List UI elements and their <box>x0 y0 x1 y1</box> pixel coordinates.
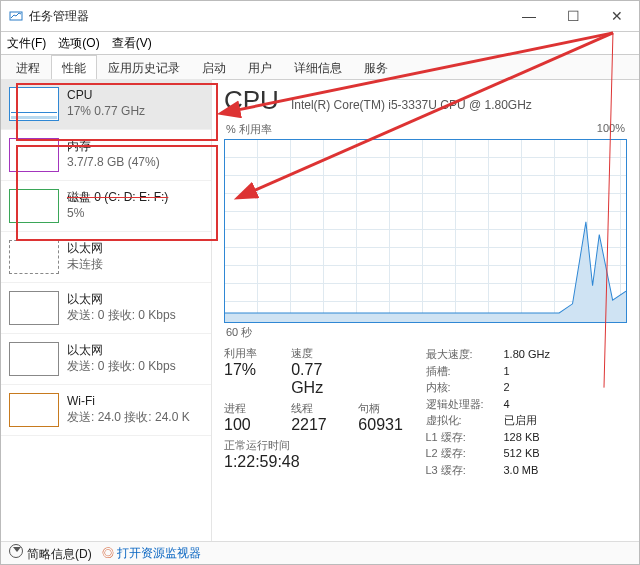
stat-label: 利用率 <box>224 346 291 361</box>
ethernet-thumbnail-icon <box>9 291 59 325</box>
sidebar-item-disk[interactable]: 磁盘 0 (C: D: E: F:) 5% <box>1 181 211 232</box>
sidebar-item-label: 以太网 <box>67 292 176 308</box>
sidebar-item-label: CPU <box>67 88 145 104</box>
kv-key: L2 缓存: <box>426 445 504 462</box>
sidebar-item-sub: 发送: 0 接收: 0 Kbps <box>67 308 176 324</box>
kv-val: 3.0 MB <box>504 462 539 479</box>
app-icon <box>9 9 23 23</box>
memory-thumbnail-icon <box>9 138 59 172</box>
menu-options[interactable]: 选项(O) <box>58 35 99 52</box>
stat-value: 100 <box>224 416 291 434</box>
resmon-icon: ◎ <box>102 546 114 560</box>
tab-users[interactable]: 用户 <box>237 55 283 80</box>
stat-label: 正常运行时间 <box>224 438 426 453</box>
window-buttons: — ☐ ✕ <box>507 1 639 31</box>
tab-performance[interactable]: 性能 <box>51 55 97 80</box>
task-manager-window: 任务管理器 — ☐ ✕ 文件(F) 选项(O) 查看(V) 进程 性能 应用历史… <box>0 0 640 565</box>
kv-val: 2 <box>504 379 510 396</box>
cpu-thumbnail-icon <box>9 87 59 121</box>
kv-key: 内核: <box>426 379 504 396</box>
body: CPU 17% 0.77 GHz 内存 3.7/7.8 GB (47%) 磁盘 … <box>1 79 639 542</box>
stat-value: 2217 <box>291 416 358 434</box>
kv-val: 已启用 <box>504 412 537 429</box>
stat-value: 17% <box>224 361 291 379</box>
maximize-button[interactable]: ☐ <box>551 1 595 31</box>
page-title: CPU <box>224 85 279 116</box>
ethernet-thumbnail-icon <box>9 342 59 376</box>
sidebar-item-label: 磁盘 0 (C: D: E: F:) <box>67 190 168 206</box>
menu-view[interactable]: 查看(V) <box>112 35 152 52</box>
menu-file[interactable]: 文件(F) <box>7 35 46 52</box>
sidebar-item-memory[interactable]: 内存 3.7/7.8 GB (47%) <box>1 130 211 181</box>
sidebar-item-ethernet-1[interactable]: 以太网 未连接 <box>1 232 211 283</box>
sidebar-item-label: 以太网 <box>67 241 103 257</box>
sidebar-item-label: 内存 <box>67 139 160 155</box>
close-button[interactable]: ✕ <box>595 1 639 31</box>
cpu-chart-svg <box>225 140 626 322</box>
main-panel: CPU Intel(R) Core(TM) i5-3337U CPU @ 1.8… <box>212 79 639 542</box>
tab-services[interactable]: 服务 <box>353 55 399 80</box>
kv-key: L3 缓存: <box>426 462 504 479</box>
sidebar-item-sub: 发送: 24.0 接收: 24.0 K <box>67 410 190 426</box>
tabbar: 进程 性能 应用历史记录 启动 用户 详细信息 服务 <box>1 55 639 80</box>
ethernet-thumbnail-icon <box>9 240 59 274</box>
sidebar-item-label: 以太网 <box>67 343 176 359</box>
stat-label: 线程 <box>291 401 358 416</box>
sidebar-item-cpu[interactable]: CPU 17% 0.77 GHz <box>1 79 211 130</box>
tab-startup[interactable]: 启动 <box>191 55 237 80</box>
kv-val: 1 <box>504 363 510 380</box>
open-resmon-link[interactable]: ◎ 打开资源监视器 <box>102 545 201 562</box>
stat-label: 句柄 <box>358 401 425 416</box>
sidebar-item-sub: 3.7/7.8 GB (47%) <box>67 155 160 171</box>
tab-processes[interactable]: 进程 <box>5 55 51 80</box>
kv-key: 最大速度: <box>426 346 504 363</box>
sidebar-item-label: Wi-Fi <box>67 394 190 410</box>
stat-label: 进程 <box>224 401 291 416</box>
sidebar: CPU 17% 0.77 GHz 内存 3.7/7.8 GB (47%) 磁盘 … <box>1 79 212 542</box>
sidebar-item-wifi[interactable]: Wi-Fi 发送: 24.0 接收: 24.0 K <box>1 385 211 436</box>
menubar: 文件(F) 选项(O) 查看(V) <box>1 32 639 55</box>
stat-value: 0.77 GHz <box>291 361 358 397</box>
kv-val: 512 KB <box>504 445 540 462</box>
footer: 简略信息(D) ◎ 打开资源监视器 <box>1 541 639 564</box>
cpu-usage-chart <box>224 139 627 323</box>
sidebar-item-sub: 发送: 0 接收: 0 Kbps <box>67 359 176 375</box>
minimize-button[interactable]: — <box>507 1 551 31</box>
sidebar-item-sub: 5% <box>67 206 168 222</box>
kv-key: 插槽: <box>426 363 504 380</box>
kv-key: L1 缓存: <box>426 429 504 446</box>
sidebar-item-sub: 未连接 <box>67 257 103 273</box>
stat-label: 速度 <box>291 346 358 361</box>
sidebar-item-ethernet-2[interactable]: 以太网 发送: 0 接收: 0 Kbps <box>1 283 211 334</box>
window-title: 任务管理器 <box>29 8 507 25</box>
titlebar: 任务管理器 — ☐ ✕ <box>1 1 639 32</box>
kv-val: 1.80 GHz <box>504 346 550 363</box>
tab-app-history[interactable]: 应用历史记录 <box>97 55 191 80</box>
disk-thumbnail-icon <box>9 189 59 223</box>
stat-value: 60931 <box>358 416 425 434</box>
cpu-model: Intel(R) Core(TM) i5-3337U CPU @ 1.80GHz <box>291 98 532 112</box>
kv-val: 4 <box>504 396 510 413</box>
wifi-thumbnail-icon <box>9 393 59 427</box>
less-details-button[interactable]: 简略信息(D) <box>9 544 92 563</box>
kv-key: 虚拟化: <box>426 412 504 429</box>
sidebar-item-ethernet-3[interactable]: 以太网 发送: 0 接收: 0 Kbps <box>1 334 211 385</box>
sidebar-item-sub: 17% 0.77 GHz <box>67 104 145 120</box>
tab-details[interactable]: 详细信息 <box>283 55 353 80</box>
chevron-down-icon <box>9 544 23 558</box>
chart-axis-label: % 利用率 <box>226 122 272 137</box>
chart-axis-max: 100% <box>597 122 625 137</box>
kv-key: 逻辑处理器: <box>426 396 504 413</box>
chart-x-label: 60 秒 <box>226 325 627 340</box>
kv-val: 128 KB <box>504 429 540 446</box>
uptime-value: 1:22:59:48 <box>224 453 426 471</box>
